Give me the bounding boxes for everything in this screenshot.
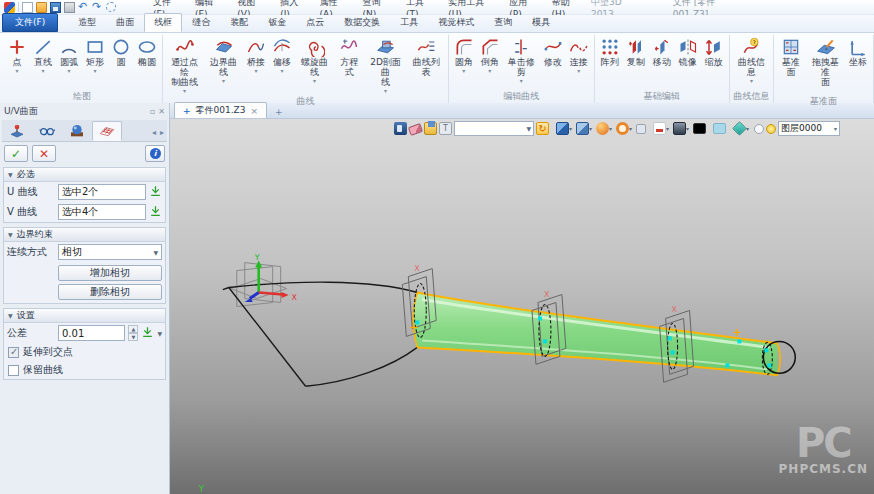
ribbon-item[interactable]: 偏移 ▾ <box>269 36 295 75</box>
redo-icon[interactable] <box>92 2 103 13</box>
material-icon[interactable] <box>732 121 747 136</box>
rotate-view-icon[interactable] <box>536 122 549 135</box>
dropdown-caret-icon[interactable]: ▾ <box>41 67 44 74</box>
color-swatch-black[interactable] <box>693 123 706 134</box>
background-icon[interactable] <box>673 122 686 135</box>
ribbon-tab[interactable]: 曲面 <box>106 13 144 32</box>
dropdown-caret-icon[interactable]: ▾ <box>384 87 387 94</box>
file-menu-button[interactable]: 文件(F) <box>2 13 58 32</box>
ribbon-item[interactable]: 直线 ▾ <box>30 36 56 75</box>
text-attribute-icon[interactable] <box>439 122 452 135</box>
cancel-button[interactable]: ✕ <box>32 145 56 162</box>
checkbox[interactable] <box>8 347 19 358</box>
layer-select[interactable]: 图层0000 ▾ <box>778 121 840 136</box>
ribbon-tab[interactable]: 点云 <box>296 13 334 32</box>
light-on-icon[interactable] <box>766 124 776 134</box>
pick-filter-icon[interactable] <box>106 2 116 12</box>
pick-from-list-icon[interactable] <box>141 325 154 341</box>
save-icon[interactable] <box>50 2 61 13</box>
tab-shape-manager[interactable] <box>2 121 32 141</box>
checkbox-row[interactable]: 保留曲线 <box>4 361 165 379</box>
new-document-tab-button[interactable]: + <box>267 106 291 118</box>
dropdown-caret-icon[interactable]: ▾ <box>280 67 283 74</box>
chevron-down-icon[interactable]: ▾ <box>589 125 595 132</box>
ribbon-item[interactable]: 单击修剪 ▾ <box>503 36 540 85</box>
ribbon-item[interactable]: 倒角 ▾ <box>477 36 503 75</box>
ribbon-item[interactable]: 缩放 ▾ <box>701 36 727 75</box>
tab-uv-mesh[interactable] <box>92 121 122 141</box>
add-tangent-button[interactable]: 增加相切 <box>58 265 162 281</box>
ribbon-tab[interactable]: 视觉样式 <box>428 13 484 32</box>
ribbon-item[interactable]: 桥接 ▾ <box>243 36 269 75</box>
print-icon[interactable] <box>64 2 75 13</box>
ok-button[interactable]: ✓ <box>4 145 28 162</box>
tolerance-spinner[interactable]: ▲▼ <box>128 325 138 341</box>
dropdown-caret-icon[interactable]: ▾ <box>183 87 186 94</box>
dropdown-caret-icon[interactable]: ▾ <box>254 67 257 74</box>
light-off-icon[interactable] <box>754 124 764 134</box>
qat-dropdown-caret[interactable] <box>119 2 126 13</box>
undo-icon[interactable] <box>78 2 89 13</box>
panel-close-icon[interactable]: ✕ <box>158 107 165 116</box>
ribbon-item[interactable]: 圆弧 ▾ <box>56 36 82 75</box>
app-logo-icon[interactable] <box>4 2 15 13</box>
info-button[interactable]: i <box>145 145 165 162</box>
ribbon-item[interactable]: 曲线列表 ▾ <box>407 36 446 85</box>
dropdown-caret-icon[interactable]: ▾ <box>313 77 316 84</box>
dropdown-caret-icon[interactable]: ▾ <box>577 67 580 74</box>
ribbon-item[interactable]: 复制 ▾ <box>623 36 649 75</box>
ribbon-tab[interactable]: 造型 <box>68 13 106 32</box>
ribbon-tab[interactable]: 装配 <box>220 13 258 32</box>
dropdown-caret-icon[interactable]: ▾ <box>520 77 523 84</box>
view-orientation-icon[interactable] <box>556 122 569 135</box>
ribbon-item[interactable]: 移动 ▾ <box>649 36 675 75</box>
dropdown-caret-icon[interactable]: ▾ <box>488 67 491 74</box>
ribbon-item[interactable]: 螺旋曲线 ▾ <box>295 36 334 85</box>
ribbon-tab[interactable]: 模具 <box>522 13 560 32</box>
ribbon-item[interactable]: 曲线信息 ▾ <box>732 36 771 85</box>
curve-select-input[interactable]: 选中4个 <box>58 204 146 220</box>
selection-filter-combobox[interactable]: ▼ <box>454 121 534 136</box>
ribbon-tab[interactable]: 数据交换 <box>334 13 390 32</box>
small-toggle-icon[interactable] <box>636 124 646 134</box>
dropdown-caret-icon[interactable]: ▾ <box>222 77 225 84</box>
checkbox-row[interactable]: 延伸到交点 <box>4 343 165 361</box>
ribbon-item[interactable]: 边界曲线 ▾ <box>204 36 243 85</box>
dropdown-caret-icon[interactable]: ▾ <box>15 67 18 74</box>
ribbon-tab[interactable]: 缝合 <box>182 13 220 32</box>
panel-tab-scroll-left-icon[interactable]: ◂ <box>152 128 156 137</box>
pick-from-list-icon[interactable] <box>149 184 162 200</box>
ribbon-item[interactable]: 2D剖面曲 线 ▾ <box>364 36 407 95</box>
ribbon-item[interactable]: 矩形 ▾ <box>82 36 108 75</box>
ribbon-tab[interactable]: 查询 <box>484 13 522 32</box>
separator[interactable] <box>18 2 19 12</box>
ribbon-item[interactable]: 圆 ▾ <box>108 36 134 75</box>
render-mode-icon[interactable] <box>596 122 609 135</box>
chevron-down-icon[interactable]: ▾ <box>569 125 575 132</box>
ribbon-tab[interactable]: 线框 <box>144 13 182 32</box>
remove-tangent-button[interactable]: 删除相切 <box>58 284 162 300</box>
ribbon-tab[interactable]: 钣金 <box>258 13 296 32</box>
ribbon-item[interactable]: 基准面 ▾ <box>776 36 806 85</box>
ribbon-item[interactable]: 通过点绘 制曲线 ▾ <box>165 36 204 95</box>
ribbon-item[interactable]: 阵列 ▾ <box>597 36 623 75</box>
ribbon-item[interactable]: 坐标 ▾ <box>845 36 871 75</box>
chevron-down-icon[interactable]: ▼ <box>157 330 162 337</box>
dropdown-caret-icon[interactable]: ▾ <box>93 67 96 74</box>
visual-style-icon[interactable] <box>616 122 629 135</box>
settings-section-header[interactable]: ▼ 设置 <box>4 309 165 323</box>
chevron-down-icon[interactable]: ▾ <box>629 125 635 132</box>
ribbon-item[interactable]: 圆角 ▾ <box>451 36 477 75</box>
viewport-3d-scene[interactable]: Y X X X X Y <box>170 119 874 494</box>
new-file-icon[interactable] <box>22 2 33 13</box>
ribbon-item[interactable]: 拖拽基准 面 ▾ <box>806 36 845 95</box>
inquire-icon[interactable] <box>394 122 407 135</box>
ribbon-item[interactable]: 镜像 ▾ <box>675 36 701 75</box>
erase-icon[interactable] <box>408 123 423 136</box>
ribbon-item[interactable]: 点 ▾ <box>4 36 30 75</box>
export-icon[interactable] <box>424 122 437 135</box>
ribbon-item[interactable]: 修改 ▾ <box>540 36 566 75</box>
dropdown-caret-icon[interactable]: ▾ <box>462 67 465 74</box>
ribbon-item[interactable]: 方程式 ▾ <box>334 36 364 85</box>
doc-tab-close-icon[interactable]: × <box>250 106 258 116</box>
